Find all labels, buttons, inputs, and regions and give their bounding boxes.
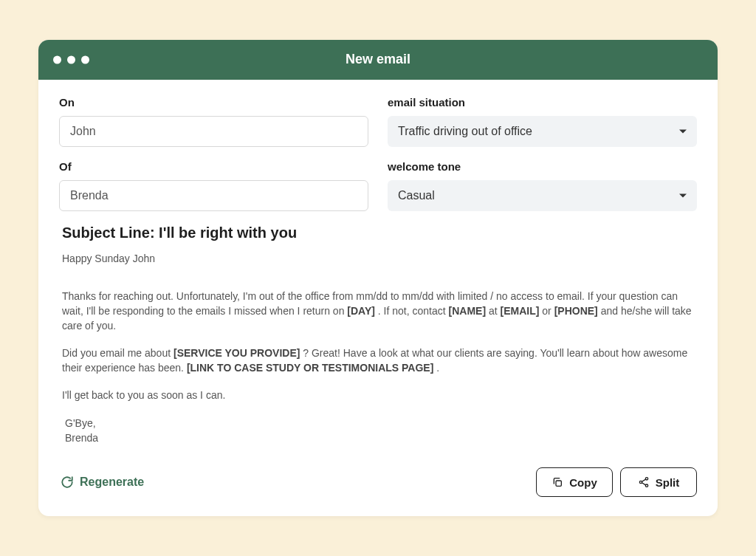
- situation-label: email situation: [388, 96, 697, 109]
- tone-label: welcome tone: [388, 160, 697, 173]
- email-generator-window: New email On email situation Traffic dri…: [38, 40, 718, 516]
- signoff-line-2: Brenda: [65, 431, 691, 446]
- tone-field-group: welcome tone Casual: [388, 160, 697, 211]
- svg-rect-0: [556, 481, 561, 486]
- window-dot[interactable]: [67, 55, 75, 64]
- form-row-2: Of welcome tone Casual: [59, 160, 697, 211]
- subject-line: Subject Line: I'll be right with you: [62, 224, 697, 241]
- chevron-down-icon: [679, 129, 687, 133]
- content-area: On email situation Traffic driving out o…: [38, 80, 718, 516]
- svg-line-4: [642, 479, 645, 481]
- on-field-group: On: [59, 96, 368, 147]
- share-icon: [638, 476, 650, 488]
- titlebar: New email: [38, 40, 718, 80]
- body-paragraph-3: I'll get back to you as soon as I can.: [62, 388, 694, 403]
- signoff-line-1: G'Bye,: [65, 416, 691, 431]
- situation-field-group: email situation Traffic driving out of o…: [388, 96, 697, 147]
- greeting-line: Happy Sunday John: [62, 252, 694, 267]
- svg-line-5: [642, 483, 645, 485]
- of-label: Of: [59, 160, 368, 173]
- form-row-1: On email situation Traffic driving out o…: [59, 96, 697, 147]
- split-button[interactable]: Split: [620, 467, 697, 497]
- body-paragraph-1: Thanks for reaching out. Unfortunately, …: [62, 289, 694, 333]
- split-label: Split: [656, 476, 680, 489]
- on-input[interactable]: [59, 116, 368, 147]
- refresh-icon: [61, 476, 74, 489]
- of-field-group: Of: [59, 160, 368, 211]
- window-title: New email: [53, 52, 703, 67]
- situation-value: Traffic driving out of office: [398, 125, 532, 138]
- chevron-down-icon: [679, 193, 687, 197]
- signoff: G'Bye, Brenda: [62, 416, 694, 445]
- on-label: On: [59, 96, 368, 109]
- copy-label: Copy: [569, 476, 597, 489]
- regenerate-label: Regenerate: [80, 476, 144, 489]
- tone-select[interactable]: Casual: [388, 180, 697, 211]
- action-bar: Regenerate Copy: [59, 467, 697, 497]
- window-dot[interactable]: [81, 55, 89, 64]
- of-input[interactable]: [59, 180, 368, 211]
- right-actions: Copy Split: [536, 467, 697, 497]
- window-dot[interactable]: [53, 55, 61, 64]
- regenerate-button[interactable]: Regenerate: [59, 471, 145, 493]
- situation-select[interactable]: Traffic driving out of office: [388, 116, 697, 147]
- window-controls: [53, 55, 89, 64]
- email-body: Happy Sunday John Thanks for reaching ou…: [59, 252, 697, 445]
- tone-value: Casual: [398, 189, 435, 202]
- copy-icon: [551, 476, 563, 488]
- copy-button[interactable]: Copy: [536, 467, 613, 497]
- body-paragraph-2: Did you email me about [SERVICE YOU PROV…: [62, 346, 694, 375]
